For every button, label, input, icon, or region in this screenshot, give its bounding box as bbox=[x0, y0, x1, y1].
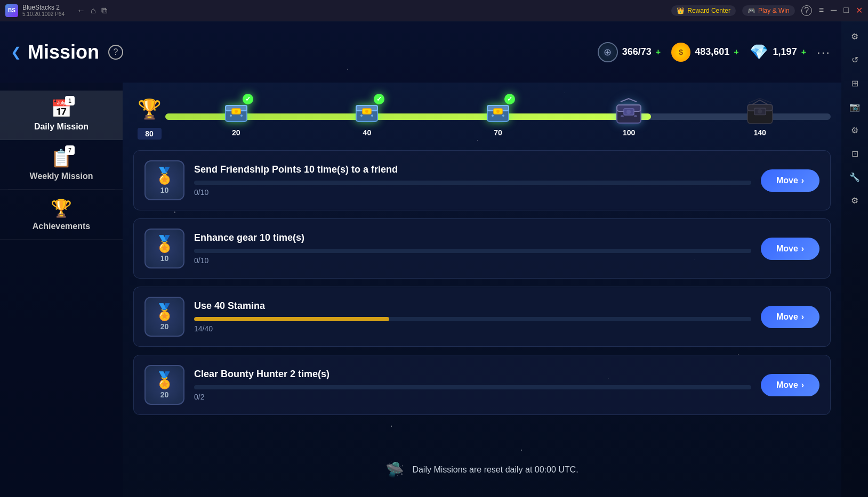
page-title: Mission bbox=[28, 41, 99, 63]
right-icon-options[interactable]: ⚙ bbox=[845, 191, 864, 210]
mission-4-trophy-icon: 🏅 bbox=[155, 371, 174, 389]
mission-3-progress-bar bbox=[194, 317, 751, 321]
mission-1-points: 10 bbox=[160, 186, 169, 194]
weekly-badge: 7 bbox=[65, 145, 75, 155]
right-icon-refresh[interactable]: ↺ bbox=[845, 50, 864, 69]
mission-1-reward-icon: 🏅 10 bbox=[144, 160, 184, 200]
mission-4-move-label: Move bbox=[776, 380, 798, 390]
daily-mission-icon: 📅 1 bbox=[51, 99, 72, 119]
mission-1-move-label: Move bbox=[776, 176, 798, 185]
play-win-button[interactable]: 🎮 Play & Win bbox=[742, 5, 795, 16]
svg-point-9 bbox=[365, 110, 368, 113]
chest-20-check: ✓ bbox=[243, 94, 253, 104]
svg-point-5 bbox=[240, 115, 243, 117]
right-icon-grid[interactable]: ⊞ bbox=[845, 74, 864, 93]
help-button[interactable]: ? bbox=[801, 5, 812, 16]
minimize-button[interactable]: ─ bbox=[831, 5, 837, 16]
sidebar-item-achievements[interactable]: 🏆 Achievements bbox=[0, 190, 123, 240]
gem-plus[interactable]: + bbox=[801, 47, 806, 57]
sidebar-item-weekly-mission[interactable]: 📋 7 Weekly Mission bbox=[0, 140, 123, 190]
mission-2-points: 10 bbox=[160, 254, 169, 263]
mission-1-arrow-icon: › bbox=[801, 176, 804, 185]
mission-4-arrow-icon: › bbox=[801, 380, 804, 390]
clone-button[interactable]: ⧉ bbox=[101, 6, 107, 15]
more-options-button[interactable]: ··· bbox=[817, 45, 831, 60]
header-title-section: ❮ Mission ? bbox=[11, 41, 123, 63]
mission-2-title: Enhance gear 10 time(s) bbox=[194, 232, 751, 243]
maximize-button[interactable]: □ bbox=[843, 5, 849, 16]
app-icon: BS bbox=[5, 4, 18, 17]
right-icon-settings[interactable]: ⚙ bbox=[845, 27, 864, 46]
right-icon-camera[interactable]: 📷 bbox=[845, 97, 864, 116]
mission-3-move-label: Move bbox=[776, 312, 798, 322]
mission-1-progress-text: 0/10 bbox=[194, 188, 751, 197]
mission-3-arrow-icon: › bbox=[801, 312, 804, 322]
stat-compass: ⊕ 366/73 + bbox=[598, 42, 661, 62]
titlebar-left: BS BlueStacks 2 5.10.20.1002 P64 ← ⌂ ⧉ bbox=[5, 4, 107, 17]
mission-2-move-button[interactable]: Move › bbox=[761, 238, 819, 260]
play-win-label: Play & Win bbox=[758, 7, 790, 14]
milestone-100-chest bbox=[614, 96, 644, 126]
svg-point-27 bbox=[758, 109, 762, 113]
milestone-20-chest: ✓ bbox=[221, 96, 251, 126]
reward-center-button[interactable]: 👑 Reward Center bbox=[671, 5, 736, 16]
sidebar-item-daily-mission[interactable]: 📅 1 Daily Mission bbox=[0, 91, 123, 140]
header: ❮ Mission ? ⊕ 366/73 + $ 483,601 + 💎 1,1… bbox=[0, 21, 841, 83]
footer-reset-section: 🛸 Daily Missions are reset daily at 00:0… bbox=[133, 453, 831, 486]
mission-3-progress-text: 14/40 bbox=[194, 324, 751, 333]
menu-button[interactable]: ≡ bbox=[819, 5, 824, 16]
milestone-100[interactable]: 100 bbox=[564, 96, 695, 137]
svg-point-15 bbox=[496, 110, 500, 113]
left-sidebar: 📅 1 Daily Mission 📋 7 Weekly Mission 🏆 A… bbox=[0, 83, 123, 497]
main-content: ❮ Mission ? ⊕ 366/73 + $ 483,601 + 💎 1,1… bbox=[0, 21, 868, 497]
mission-2-info: Enhance gear 10 time(s) 0/10 bbox=[194, 232, 751, 265]
svg-point-4 bbox=[230, 115, 232, 117]
mission-4-progress-text: 0/2 bbox=[194, 393, 751, 401]
svg-point-3 bbox=[235, 110, 238, 113]
svg-point-21 bbox=[626, 110, 631, 114]
home-button[interactable]: ⌂ bbox=[91, 6, 96, 15]
window-controls: ? ≡ ─ □ ✕ bbox=[801, 5, 863, 16]
main-panel: 🏆 80 bbox=[123, 83, 841, 497]
mission-3-info: Use 40 Stamina 14/40 bbox=[194, 300, 751, 333]
milestone-40-number: 40 bbox=[363, 128, 372, 137]
mission-help-button[interactable]: ? bbox=[108, 45, 123, 60]
right-icon-screen[interactable]: ⊡ bbox=[845, 144, 864, 163]
mission-4-move-button[interactable]: Move › bbox=[761, 374, 819, 396]
close-button[interactable]: ✕ bbox=[856, 5, 863, 16]
trophy-icon: 🏆 bbox=[133, 93, 165, 125]
gem-icon: 💎 bbox=[750, 43, 769, 62]
milestone-140[interactable]: 140 bbox=[694, 96, 825, 137]
compass-icon: ⊕ bbox=[598, 42, 618, 62]
reset-text: Daily Missions are reset daily at 00:00 … bbox=[412, 465, 578, 475]
right-icon-tool[interactable]: 🔧 bbox=[845, 167, 864, 186]
mission-card-2: 🏅 10 Enhance gear 10 time(s) 0/10 Move › bbox=[133, 218, 831, 279]
milestone-20[interactable]: ✓ 20 bbox=[171, 96, 302, 137]
mission-3-points: 20 bbox=[160, 322, 169, 331]
milestone-70[interactable]: ✓ 70 bbox=[432, 96, 564, 137]
coin-icon: $ bbox=[671, 43, 690, 62]
mission-1-move-button[interactable]: Move › bbox=[761, 169, 819, 192]
mission-card-4: 🏅 20 Clear Bounty Hunter 2 time(s) 0/2 M… bbox=[133, 355, 831, 415]
mission-3-reward-icon: 🏅 20 bbox=[144, 297, 184, 337]
mission-3-title: Use 40 Stamina bbox=[194, 300, 751, 312]
mission-1-title: Send Friendship Points 10 time(s) to a f… bbox=[194, 164, 751, 175]
mission-back-button[interactable]: ❮ bbox=[11, 45, 21, 60]
milestone-40[interactable]: ✓ 40 bbox=[302, 96, 433, 137]
compass-plus[interactable]: + bbox=[656, 47, 661, 57]
daily-mission-label: Daily Mission bbox=[34, 122, 89, 132]
mission-2-reward-icon: 🏅 10 bbox=[144, 229, 184, 268]
back-button[interactable]: ← bbox=[77, 6, 85, 15]
mission-3-move-button[interactable]: Move › bbox=[761, 306, 819, 328]
coin-plus[interactable]: + bbox=[734, 47, 738, 57]
reward-center-label: Reward Center bbox=[687, 7, 730, 14]
achievements-label: Achievements bbox=[33, 222, 91, 231]
chest-70-check: ✓ bbox=[504, 94, 515, 104]
trophy-milestone: 🏆 80 bbox=[133, 93, 165, 140]
chest-100-svg bbox=[614, 96, 644, 126]
milestone-100-number: 100 bbox=[623, 128, 635, 137]
weekly-mission-label: Weekly Mission bbox=[30, 172, 93, 181]
achievements-icon: 🏆 bbox=[51, 198, 72, 218]
svg-point-22 bbox=[621, 115, 624, 117]
right-icon-config[interactable]: ⚙ bbox=[845, 120, 864, 140]
